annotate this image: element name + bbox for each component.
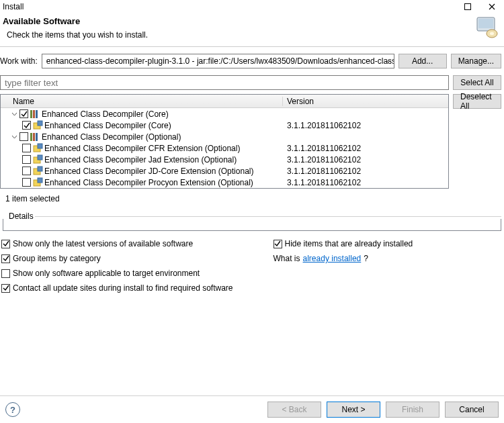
tree-item-label: Enhanced Class Decompiler CFR Extension … — [44, 144, 240, 153]
already-installed-link[interactable]: already installed — [303, 254, 362, 263]
tree-checkbox[interactable] — [22, 167, 31, 175]
checkbox-icon — [1, 240, 10, 248]
opt-target-env[interactable]: Show only software applicable to target … — [1, 269, 233, 278]
checkbox-icon — [1, 254, 10, 263]
filter-input[interactable] — [0, 75, 449, 90]
tree-item-version: 3.1.1.201811062102 — [283, 178, 448, 187]
tree-item-label: Enhanced Class Decompiler Procyon Extens… — [44, 178, 253, 187]
tree-category-row[interactable]: Enhanced Class Decompiler (Optional) — [1, 131, 448, 142]
tree-feature-row[interactable]: Enhanced Class Decompiler (Core)3.1.1.20… — [1, 120, 448, 131]
tree-item-label: Enhanced Class Decompiler Jad Extension … — [44, 155, 237, 164]
back-button: < Back — [267, 402, 321, 418]
software-tree[interactable]: Name Version Enhanced Class Decompiler (… — [0, 94, 449, 189]
work-with-label: Work with: — [0, 56, 38, 66]
opt-latest[interactable]: Show only the latest versions of availab… — [1, 239, 233, 248]
deselect-all-button[interactable]: Deselect All — [453, 94, 501, 109]
svg-rect-16 — [38, 155, 42, 160]
svg-rect-12 — [36, 133, 38, 141]
work-with-value: enhanced-class-decompiler-plugin-3.1.0 -… — [46, 56, 394, 66]
work-with-row: Work with: enhanced-class-decompiler-plu… — [0, 50, 504, 73]
already-installed-hint: What is already installed ? — [274, 254, 413, 263]
chevron-down-icon — [386, 56, 391, 66]
feature-icon — [32, 120, 43, 131]
chevron-down-icon[interactable] — [10, 111, 18, 117]
tree-feature-row[interactable]: Enhanced Class Decompiler Jad Extension … — [1, 154, 448, 165]
close-icon[interactable] — [480, 0, 504, 13]
opt-group[interactable]: Group items by category — [1, 254, 233, 263]
install-options: Show only the latest versions of availab… — [0, 231, 504, 293]
svg-rect-18 — [38, 167, 42, 171]
svg-rect-0 — [465, 4, 471, 10]
feature-icon — [32, 143, 43, 154]
category-icon — [30, 109, 40, 120]
feature-icon — [32, 177, 43, 188]
select-all-button[interactable]: Select All — [453, 75, 501, 90]
manage-button[interactable]: Manage... — [451, 54, 501, 68]
tree-item-label: Enhanced Class Decompiler (Core) — [44, 121, 171, 130]
opt-hide-installed[interactable]: Hide items that are already installed — [274, 239, 413, 248]
details-group: Details — [3, 211, 501, 231]
checkbox-icon — [274, 240, 282, 248]
cancel-button[interactable]: Cancel — [445, 402, 499, 418]
tree-feature-row[interactable]: Enhanced Class Decompiler Procyon Extens… — [1, 177, 448, 188]
window-title: Install — [3, 2, 24, 11]
chevron-down-icon[interactable] — [10, 134, 18, 140]
banner-subtitle: Check the items that you wish to install… — [7, 30, 474, 40]
feature-icon — [32, 154, 43, 165]
details-label: Details — [7, 211, 36, 221]
tree-item-version: 3.1.1.201811062102 — [283, 155, 448, 164]
svg-rect-2 — [478, 19, 493, 28]
tree-header: Name Version — [1, 95, 448, 108]
column-name[interactable]: Name — [1, 97, 283, 106]
category-icon — [30, 132, 40, 142]
tree-checkbox[interactable] — [19, 132, 28, 141]
tree-checkbox[interactable] — [22, 178, 31, 187]
checkbox-icon — [1, 284, 10, 293]
tree-item-label: Enhanced Class Decompiler JD-Core Extens… — [44, 167, 253, 176]
tree-feature-row[interactable]: Enhanced Class Decompiler JD-Core Extens… — [1, 165, 448, 177]
install-wizard-icon — [474, 16, 499, 39]
tree-item-version: 3.1.1.201811062102 — [283, 121, 448, 130]
tree-item-label: Enhanced Class Decompiler (Core) — [42, 109, 169, 119]
finish-button: Finish — [386, 402, 439, 418]
checkbox-icon — [1, 269, 10, 278]
column-version[interactable]: Version — [283, 97, 448, 106]
feature-icon — [32, 166, 43, 177]
details-text[interactable] — [3, 219, 501, 231]
tree-item-version: 3.1.1.201811062102 — [283, 144, 448, 153]
tree-item-label: Enhanced Class Decompiler (Optional) — [42, 132, 181, 142]
maximize-icon[interactable] — [456, 0, 480, 13]
title-bar: Install — [0, 0, 504, 13]
svg-rect-10 — [30, 133, 32, 141]
opt-contact-sites[interactable]: Contact all update sites during install … — [1, 283, 233, 293]
svg-rect-11 — [33, 133, 35, 141]
next-button[interactable]: Next > — [327, 402, 380, 418]
tree-checkbox[interactable] — [22, 155, 31, 164]
svg-point-4 — [490, 32, 494, 35]
wizard-footer: ? < Back Next > Finish Cancel — [0, 395, 504, 423]
work-with-combo[interactable]: enhanced-class-decompiler-plugin-3.1.0 -… — [42, 54, 394, 68]
help-icon[interactable]: ? — [5, 402, 20, 417]
svg-rect-20 — [38, 178, 42, 183]
svg-rect-14 — [38, 144, 42, 148]
filter-row: Select All — [0, 73, 504, 93]
tree-category-row[interactable]: Enhanced Class Decompiler (Core) — [1, 108, 448, 120]
wizard-banner: Available Software Check the items that … — [0, 13, 504, 46]
svg-rect-6 — [33, 110, 35, 118]
tree-checkbox[interactable] — [19, 109, 28, 118]
tree-feature-row[interactable]: Enhanced Class Decompiler CFR Extension … — [1, 142, 448, 154]
svg-rect-7 — [36, 110, 38, 118]
selection-status: 1 item selected — [0, 189, 504, 209]
tree-checkbox[interactable] — [22, 121, 31, 130]
svg-rect-5 — [30, 110, 32, 118]
tree-checkbox[interactable] — [22, 144, 31, 152]
banner-title: Available Software — [3, 16, 474, 26]
add-button[interactable]: Add... — [398, 54, 447, 68]
svg-rect-9 — [38, 121, 42, 126]
tree-item-version: 3.1.1.201811062102 — [283, 167, 448, 176]
